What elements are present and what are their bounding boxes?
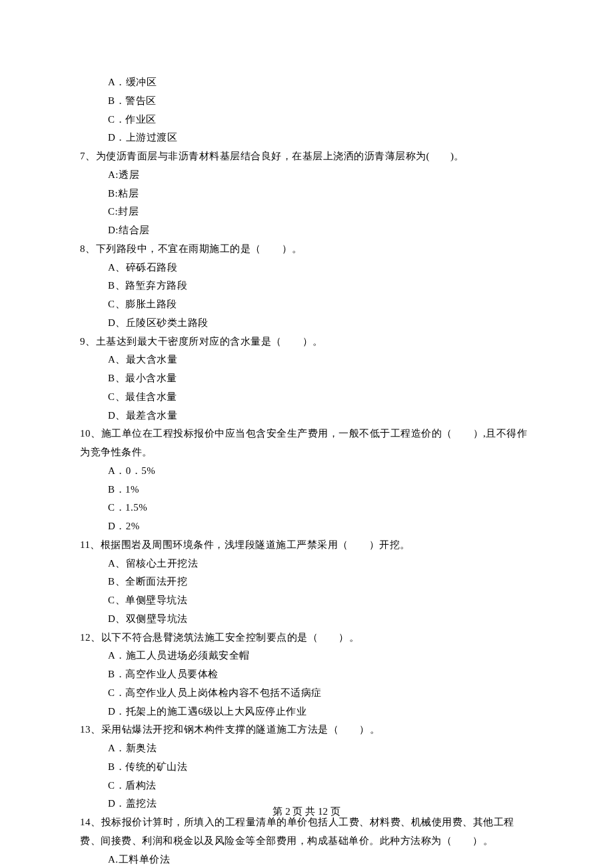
q12-option-d: D．托架上的施工遇6级以上大风应停止作业 <box>80 703 533 721</box>
q8-option-d: D、丘陵区砂类土路段 <box>80 314 533 333</box>
q11-option-d: D、双侧壁导坑法 <box>80 610 533 629</box>
q11-option-b: B、全断面法开挖 <box>80 573 533 591</box>
q10-option-a: A．0．5% <box>80 462 533 481</box>
q6-option-c: C．作业区 <box>80 111 533 129</box>
q9-option-a: A、最大含水量 <box>80 351 533 369</box>
q9-option-b: B、最小含水量 <box>80 369 533 388</box>
page-footer: 第 2 页 共 12 页 <box>0 803 613 821</box>
q12-option-a: A．施工人员进场必须戴安全帽 <box>80 647 533 665</box>
q7-option-a: A:透层 <box>80 166 533 185</box>
q13-option-b: B．传统的矿山法 <box>80 758 533 777</box>
q7-option-c: C:封层 <box>80 203 533 221</box>
q10-stem: 10、施工单位在工程投标报价中应当包含安全生产费用，一般不低于工程造价的（ ）,… <box>80 425 533 462</box>
q9-stem: 9、土基达到最大干密度所对应的含水量是（ ）。 <box>80 333 533 351</box>
q10-option-c: C．1.5% <box>80 499 533 517</box>
q8-stem: 8、下列路段中，不宜在雨期施工的是（ ）。 <box>80 240 533 259</box>
q8-option-a: A、碎砾石路段 <box>80 259 533 277</box>
q10-option-d: D．2% <box>80 517 533 536</box>
q11-stem: 11、根据围岩及周围环境条件，浅埋段隧道施工严禁采用（ ）开挖。 <box>80 536 533 555</box>
q10-option-b: B．1% <box>80 481 533 499</box>
q6-option-a: A．缓冲区 <box>80 73 533 92</box>
q8-option-b: B、路堑弃方路段 <box>80 277 533 295</box>
q7-option-d: D:结合层 <box>80 221 533 240</box>
q6-option-b: B．警告区 <box>80 92 533 111</box>
q7-stem: 7、为使沥青面层与非沥青材料基层结合良好，在基层上浇洒的沥青薄层称为( )。 <box>80 147 533 166</box>
q12-stem: 12、以下不符合悬臂浇筑法施工安全控制要点的是（ ）。 <box>80 629 533 647</box>
q13-stem: 13、采用钻爆法开挖和钢木构件支撑的隧道施工方法是（ ）。 <box>80 721 533 739</box>
q6-option-d: D．上游过渡区 <box>80 129 533 147</box>
q11-option-a: A、留核心土开挖法 <box>80 555 533 573</box>
q9-option-d: D、最差含水量 <box>80 407 533 425</box>
q13-option-c: C．盾构法 <box>80 777 533 795</box>
q11-option-c: C、单侧壁导坑法 <box>80 591 533 610</box>
q9-option-c: C、最佳含水量 <box>80 388 533 407</box>
q12-option-c: C．高空作业人员上岗体检内容不包括不适病症 <box>80 684 533 703</box>
document-body: A．缓冲区 B．警告区 C．作业区 D．上游过渡区 7、为使沥青面层与非沥青材料… <box>80 73 533 868</box>
q12-option-b: B．高空作业人员要体检 <box>80 665 533 684</box>
q13-option-a: A．新奥法 <box>80 739 533 758</box>
q14-option-a: A.工料单价法 <box>80 851 533 869</box>
q7-option-b: B:粘层 <box>80 185 533 203</box>
q8-option-c: C、膨胀土路段 <box>80 295 533 314</box>
